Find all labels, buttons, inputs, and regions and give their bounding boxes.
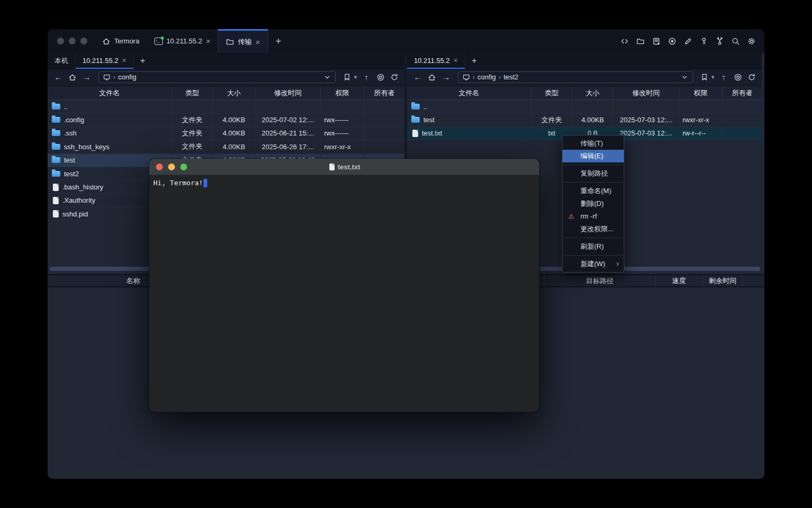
- menu-item-copy-path[interactable]: 复制路径: [562, 167, 624, 180]
- breadcrumb-segment[interactable]: config: [477, 73, 496, 81]
- path-breadcrumb[interactable]: › config: [98, 71, 336, 83]
- bookmark-icon[interactable]: [698, 71, 710, 83]
- bookmark-dropdown-caret[interactable]: ▼: [353, 75, 358, 80]
- file-row[interactable]: ssh_host_keys 文件夹 4.00KB 2025-06-26 17:.…: [48, 140, 404, 153]
- panel-tab-local[interactable]: 本机: [48, 53, 76, 69]
- column-header-filename[interactable]: 文件名: [407, 86, 531, 99]
- chevron-down-icon[interactable]: [324, 74, 331, 81]
- panel-new-tab-button[interactable]: +: [465, 53, 483, 69]
- menu-separator: [563, 182, 623, 183]
- column-header-modified[interactable]: 修改时间: [613, 86, 679, 99]
- refresh-icon[interactable]: [746, 71, 758, 83]
- column-header-size[interactable]: 大小: [213, 86, 255, 99]
- submenu-arrow-icon: ›: [616, 257, 619, 270]
- text-cursor: [204, 179, 207, 187]
- new-tab-button[interactable]: +: [268, 35, 289, 47]
- column-header-filename[interactable]: 文件名: [48, 86, 172, 99]
- file-name: ..: [64, 103, 68, 111]
- home-icon[interactable]: [67, 71, 78, 83]
- titlebar-tab-termora[interactable]: Termora: [95, 29, 147, 53]
- upload-icon[interactable]: ↑: [717, 72, 730, 81]
- column-header-size[interactable]: 大小: [573, 86, 613, 99]
- folder-icon: [52, 157, 60, 163]
- menu-item-rm-rf[interactable]: ⚠ rm -rf: [562, 210, 624, 223]
- column-header-owner[interactable]: 所有者: [723, 86, 762, 99]
- file-row[interactable]: .ssh 文件夹 4.00KB 2025-06-21 15:... rwx---…: [48, 127, 404, 140]
- back-icon[interactable]: ←: [411, 72, 424, 81]
- folder-icon[interactable]: [636, 37, 645, 46]
- log-icon[interactable]: [652, 37, 661, 46]
- menu-item-refresh[interactable]: 刷新(R): [562, 240, 624, 253]
- folder-icon: [226, 38, 234, 46]
- close-tab-icon[interactable]: ×: [122, 56, 126, 65]
- menu-item-rename[interactable]: 重命名(M): [562, 185, 624, 197]
- titlebar-tab-transfer[interactable]: 传输 ×: [218, 29, 268, 53]
- panel-tab-ssh-host[interactable]: 10.211.55.2 ×: [407, 53, 465, 69]
- bookmark-dropdown-caret[interactable]: ▼: [710, 75, 715, 80]
- code-icon[interactable]: [620, 37, 629, 46]
- file-name: ssh_host_keys: [64, 143, 109, 151]
- column-header-permissions[interactable]: 权限: [679, 86, 723, 99]
- menu-item-edit[interactable]: 编辑(E): [562, 150, 624, 162]
- document-icon: [329, 164, 335, 170]
- file-row[interactable]: ..: [407, 100, 762, 113]
- breadcrumb-segment[interactable]: test2: [503, 73, 518, 81]
- upload-icon[interactable]: ↑: [360, 72, 373, 81]
- home-icon[interactable]: [426, 71, 438, 83]
- search-icon[interactable]: [731, 37, 740, 46]
- close-tab-icon[interactable]: ×: [255, 38, 260, 46]
- record-icon[interactable]: [668, 37, 677, 46]
- column-header-modified[interactable]: 修改时间: [255, 86, 321, 99]
- menu-item-change-permissions[interactable]: 更改权限...: [562, 223, 624, 235]
- editor-text: Hi, Termora!: [153, 179, 203, 187]
- minimize-window-button[interactable]: [69, 38, 76, 44]
- transfer-column-speed: 速度: [656, 275, 703, 286]
- screen: Termora ›_ 10.211.55.2 × 传输 × +: [0, 0, 812, 508]
- menu-separator: [563, 238, 623, 238]
- panel-tab-label: 本机: [54, 56, 68, 66]
- editor-content[interactable]: Hi, Termora!: [149, 175, 539, 191]
- close-tab-icon[interactable]: ×: [454, 56, 458, 65]
- folder-icon: [52, 117, 60, 123]
- titlebar-tab-ssh-host[interactable]: ›_ 10.211.55.2 ×: [147, 29, 218, 53]
- key-icon[interactable]: [699, 37, 708, 46]
- menu-separator: [563, 255, 623, 256]
- keychain-icon[interactable]: [715, 37, 724, 46]
- bookmark-icon[interactable]: [341, 71, 353, 83]
- show-hidden-files-icon[interactable]: [375, 71, 386, 83]
- panel-new-tab-button[interactable]: +: [134, 53, 152, 69]
- breadcrumb-segment[interactable]: config: [118, 73, 136, 81]
- file-row[interactable]: .config 文件夹 4.00KB 2025-07-02 12:... rwx…: [48, 113, 404, 126]
- transfer-column-target-path: 目标路径: [545, 275, 656, 286]
- panel-tab-ssh-host[interactable]: 10.211.55.2 ×: [76, 53, 134, 69]
- file-row[interactable]: test 文件夹 4.00KB 2025-07-03 12:... rwxr-x…: [407, 113, 762, 126]
- forward-icon[interactable]: →: [440, 72, 453, 81]
- tab-label: 10.211.55.2: [167, 37, 202, 45]
- file-icon: [53, 197, 59, 204]
- menu-item-label: rm -rf: [580, 212, 597, 220]
- path-breadcrumb[interactable]: › config › test2: [458, 71, 693, 83]
- close-tab-icon[interactable]: ×: [206, 37, 210, 45]
- column-header-type[interactable]: 类型: [172, 86, 213, 99]
- file-name: test: [64, 156, 75, 164]
- refresh-icon[interactable]: [389, 71, 400, 83]
- zoom-window-button[interactable]: [80, 38, 87, 44]
- close-window-button[interactable]: [57, 38, 64, 44]
- column-header-permissions[interactable]: 权限: [321, 86, 364, 99]
- chevron-down-icon[interactable]: [681, 74, 688, 81]
- show-hidden-files-icon[interactable]: [732, 71, 744, 83]
- menu-item-delete[interactable]: 删除(D): [562, 197, 624, 210]
- file-name: test2: [64, 170, 79, 178]
- column-header-owner[interactable]: 所有者: [364, 86, 404, 99]
- settings-gear-icon[interactable]: [747, 37, 756, 46]
- back-icon[interactable]: ←: [52, 72, 64, 81]
- column-header-type[interactable]: 类型: [531, 86, 573, 99]
- forward-icon[interactable]: →: [80, 72, 93, 81]
- left-panel-tabs: 本机 10.211.55.2 × +: [48, 53, 404, 69]
- pencil-icon[interactable]: [684, 37, 693, 46]
- menu-item-transfer[interactable]: 传输(T): [562, 137, 624, 150]
- breadcrumb-separator: ›: [113, 73, 115, 81]
- file-row[interactable]: ..: [48, 100, 404, 113]
- file-name: .ssh: [64, 129, 77, 137]
- menu-item-new[interactable]: 新建(W) ›: [562, 258, 624, 270]
